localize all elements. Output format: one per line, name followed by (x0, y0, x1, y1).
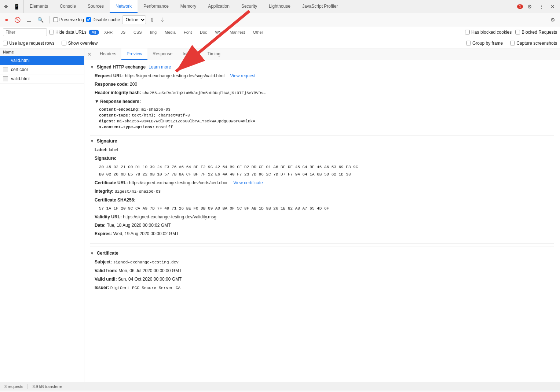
subject-label: Subject: (95, 259, 112, 265)
devtools-icons: ❖ 📱 (0, 0, 24, 13)
file-item-2[interactable]: valid.html (0, 74, 84, 84)
hide-data-urls-input[interactable] (49, 30, 54, 34)
filter-tag-other[interactable]: Other (250, 30, 266, 35)
clear-icon[interactable]: 🚫 (12, 16, 22, 24)
status-bar: 3 requests 3.9 kB transferre (0, 382, 560, 391)
throttling-select[interactable]: Online (122, 15, 146, 24)
large-rows-input[interactable] (3, 41, 8, 45)
detail-tab-response[interactable]: Response (147, 48, 177, 60)
expires-val: Wed, 19 Aug 2020 00:00:02 GMT (113, 231, 179, 236)
network-settings-icon[interactable]: ⚙ (549, 16, 557, 24)
signed-http-exchange-section: ▼ Signed HTTP exchange Learn more Reques… (90, 64, 554, 129)
valid-from-label: Valid from: (95, 268, 117, 273)
cert-url-row: Certificate URL: https://signed-exchange… (90, 180, 554, 186)
view-request-link[interactable]: View request (230, 73, 256, 78)
settings-icon[interactable]: ⚙ (525, 2, 534, 11)
filter-tag-media[interactable]: Media (162, 30, 179, 35)
tab-bar-right-controls: 1 ⚙ ⋮ ✕ (514, 0, 560, 13)
tab-lighthouse[interactable]: Lighthouse (263, 0, 296, 13)
export-har-icon[interactable]: ⇩ (158, 16, 166, 24)
detail-tab-initiator[interactable]: Initiator (177, 48, 202, 60)
certificate-section: ▼ Certificate Subject: signed-exchange-t… (90, 247, 554, 292)
tab-js-profiler[interactable]: JavaScript Profiler (296, 0, 344, 13)
more-options-icon[interactable]: ⋮ (537, 2, 546, 11)
validity-url-row: Validity URL: https://signed-exchange-te… (90, 214, 554, 221)
record-icon[interactable]: ● (3, 15, 10, 24)
blocked-requests-input[interactable] (515, 30, 520, 34)
learn-more-link[interactable]: Learn more (149, 64, 171, 70)
header-key-3: x-content-type-options: (99, 125, 155, 129)
collapse-triangle-1[interactable]: ▼ (90, 65, 94, 69)
tab-sources[interactable]: Sources (82, 0, 110, 13)
tab-network[interactable]: Network (110, 0, 138, 13)
hide-data-urls-checkbox[interactable]: Hide data URLs (49, 30, 87, 35)
import-har-icon[interactable]: ⇧ (148, 16, 156, 24)
group-by-frame-input[interactable] (466, 41, 471, 45)
disable-cache-checkbox[interactable]: Disable cache (86, 17, 120, 22)
device-mode-icon[interactable]: 📱 (11, 2, 22, 11)
filter-tag-img[interactable]: Img (147, 30, 160, 35)
large-rows-label: Use large request rows (9, 41, 54, 46)
preserve-log-input[interactable] (53, 17, 58, 22)
detail-tab-headers[interactable]: Headers (95, 48, 121, 60)
file-list-panel: Name valid.html cert.cbor valid.html (0, 48, 84, 382)
filter-tag-xhr[interactable]: XHR (101, 30, 116, 35)
tab-memory[interactable]: Memory (175, 0, 202, 13)
blocked-requests-checkbox[interactable]: Blocked Requests (515, 30, 557, 35)
tab-elements[interactable]: Elements (24, 0, 54, 13)
header-row-0: content-encoding: mi-sha256-03 (95, 107, 554, 112)
file-item-0[interactable]: valid.html (0, 56, 84, 65)
detail-tab-preview[interactable]: Preview (121, 48, 147, 60)
file-list-header: Name (0, 48, 84, 56)
has-blocked-cookies-input[interactable] (465, 30, 470, 34)
valid-from-val: Mon, 06 Jul 2020 00:00:00 GMT (118, 268, 182, 273)
view-certificate-link[interactable]: View certificate (233, 180, 263, 185)
response-code-value: 200 (130, 82, 137, 87)
expires-label: Expires: (95, 231, 112, 236)
collapse-triangle-3[interactable]: ▼ (90, 251, 94, 255)
filter-tag-all[interactable]: All (89, 30, 99, 35)
filter-tag-ws[interactable]: WS (212, 30, 225, 35)
filter-tag-css[interactable]: CSS (131, 30, 145, 35)
inspect-icon[interactable]: ❖ (1, 2, 11, 11)
show-overview-input[interactable] (62, 41, 66, 45)
capture-screenshots-checkbox[interactable]: Capture screenshots (510, 41, 557, 46)
validity-url-val: https://signed-exchange-testing.dev/vali… (123, 214, 216, 219)
filter-icon[interactable]: ⌴ (25, 16, 33, 24)
close-detail-icon[interactable]: ✕ (84, 50, 95, 59)
filter-bar-right: Has blocked cookies Blocked Requests (465, 30, 557, 35)
response-headers-block: content-encoding: mi-sha256-03 content-t… (90, 107, 554, 129)
filter-tag-font[interactable]: Font (181, 30, 195, 35)
has-blocked-cookies-checkbox[interactable]: Has blocked cookies (465, 30, 512, 35)
group-by-frame-checkbox[interactable]: Group by frame (466, 41, 503, 46)
large-rows-checkbox[interactable]: Use large request rows (3, 41, 54, 46)
request-url-value: https://signed-exchange-testing.dev/sxgs… (125, 73, 224, 78)
filter-tag-manifest[interactable]: Manifest (227, 30, 248, 35)
header-row-1: content-type: text/html; charset=utf-8 (95, 112, 554, 118)
tab-performance[interactable]: Performance (138, 0, 175, 13)
network-toolbar: ● 🚫 ⌴ 🔍 Preserve log Disable cache Onlin… (0, 13, 560, 26)
response-code-row: Response code: 200 (90, 81, 554, 88)
filter-tag-js[interactable]: JS (118, 30, 128, 35)
request-url-row: Request URL: https://signed-exchange-tes… (90, 73, 554, 79)
has-blocked-cookies-label: Has blocked cookies (471, 30, 512, 35)
preserve-log-checkbox[interactable]: Preserve log (53, 17, 84, 22)
tab-console[interactable]: Console (54, 0, 82, 13)
file-icon-2 (3, 76, 8, 81)
top-tab-bar: ❖ 📱 Elements Console Sources Network Per… (0, 0, 560, 13)
blocked-requests-label: Blocked Requests (521, 30, 557, 35)
close-devtools-icon[interactable]: ✕ (548, 2, 557, 11)
capture-screenshots-input[interactable] (510, 41, 515, 45)
tab-security[interactable]: Security (235, 0, 263, 13)
file-item-1[interactable]: cert.cbor (0, 65, 84, 74)
disable-cache-input[interactable] (86, 17, 91, 22)
filter-tag-doc[interactable]: Doc (197, 30, 210, 35)
tab-application[interactable]: Application (202, 0, 235, 13)
collapse-triangle-2[interactable]: ▼ (90, 139, 94, 143)
filter-input[interactable] (3, 28, 47, 36)
show-overview-checkbox[interactable]: Show overview (62, 41, 98, 46)
file-name-1: cert.cbor (11, 67, 28, 72)
response-headers-row: ▼ Response headers: (90, 98, 554, 105)
detail-tab-timing[interactable]: Timing (202, 48, 226, 60)
search-icon[interactable]: 🔍 (36, 16, 45, 24)
